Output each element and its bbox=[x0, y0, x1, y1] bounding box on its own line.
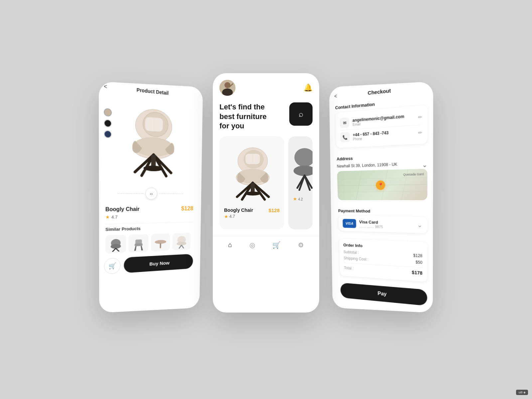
home-screen: 🔔 Let's find the best furniture for you … bbox=[213, 73, 319, 313]
visa-logo: VISA bbox=[342, 219, 356, 228]
similar-item-2[interactable] bbox=[129, 234, 149, 253]
product-info: Boogly Chair $128 ★ 4.7 Similar Products bbox=[99, 202, 200, 254]
svg-point-41 bbox=[245, 192, 261, 196]
buy-now-button[interactable]: Buy Now bbox=[124, 254, 193, 273]
payment-card: VISA Visa Card …… …… 9875 ⌄ bbox=[338, 216, 428, 233]
phone-content: +44 - 657 - 843 -743 Phone bbox=[353, 128, 415, 141]
subtotal-value: $128 bbox=[413, 253, 423, 258]
svg-point-25 bbox=[177, 241, 186, 246]
card-name-price: Boogly Chair $128 bbox=[224, 207, 280, 213]
svg-line-27 bbox=[181, 245, 184, 248]
svg-line-52 bbox=[337, 192, 427, 192]
product-card-image bbox=[224, 141, 280, 204]
rating-value: 4.7 bbox=[229, 214, 235, 219]
payment-section: Payment Method VISA Visa Card …… …… 9875… bbox=[333, 206, 433, 240]
product-detail-title: Product Detail bbox=[137, 87, 169, 96]
product-card-1[interactable]: Boogly Chair $128 ★ 4.7 bbox=[219, 136, 284, 229]
back-button[interactable]: < bbox=[334, 93, 337, 99]
order-info-title: Order Info bbox=[343, 243, 422, 251]
color-option-navy[interactable] bbox=[104, 130, 112, 138]
checkout-screen: < Checkout Contact Information ✉ angelin… bbox=[329, 81, 433, 313]
nav-cart[interactable]: 🛒 bbox=[272, 241, 281, 249]
svg-line-51 bbox=[337, 178, 427, 179]
shipping-label: Shipping Cost : bbox=[343, 256, 368, 262]
product-card-2-partial[interactable]: ★ 4.2 bbox=[288, 136, 313, 229]
partial-rating: ★ 4.2 bbox=[293, 196, 308, 201]
visa-name: Visa Card bbox=[359, 219, 383, 225]
svg-rect-57 bbox=[389, 179, 401, 184]
similar-item-4[interactable] bbox=[172, 233, 191, 251]
product-price: $128 bbox=[181, 205, 194, 212]
products-scroll: Boogly Chair $128 ★ 4.7 bbox=[213, 136, 319, 235]
card-rating: ★ 4.7 bbox=[224, 214, 280, 219]
color-option-beige[interactable] bbox=[104, 108, 112, 117]
product-image-area bbox=[99, 93, 202, 188]
svg-rect-23 bbox=[160, 243, 161, 248]
search-button[interactable]: ⌕ bbox=[289, 102, 313, 126]
payment-title: Payment Method bbox=[338, 208, 427, 214]
email-edit-icon[interactable]: ✏ bbox=[418, 114, 422, 120]
back-button[interactable]: < bbox=[104, 83, 107, 90]
address-section: Address Newhall St 39, London, 11908 - U… bbox=[331, 150, 433, 206]
subtotal-label: Subtotal : bbox=[343, 250, 359, 255]
product-name-price-row: Boogly Chair $128 bbox=[105, 205, 194, 213]
contact-info-card: ✉ angelinemonic@gmail.com Email ✏ 📞 +44 … bbox=[335, 105, 427, 148]
cart-button[interactable]: 🛒 bbox=[104, 258, 121, 274]
svg-line-14 bbox=[112, 248, 116, 251]
product-detail-screen: < Product Detail bbox=[99, 81, 203, 313]
map-view: 📍 Quesada Gard bbox=[337, 169, 428, 200]
order-info-card: Order Info Subtotal : $128 Shipping Cost… bbox=[339, 239, 428, 282]
rating-value: 4.7 bbox=[111, 214, 118, 220]
similar-products-list bbox=[105, 232, 193, 254]
address-value: Newhall St 39, London, 11908 - UK bbox=[337, 162, 397, 169]
svg-point-44 bbox=[294, 148, 313, 167]
visa-row: VISA Visa Card …… …… 9875 ⌄ bbox=[342, 219, 422, 230]
visa-number: …… …… 9875 bbox=[359, 224, 383, 228]
similar-item-3[interactable] bbox=[151, 233, 170, 252]
nav-explore[interactable]: ◎ bbox=[249, 241, 255, 249]
visa-info: VISA Visa Card …… …… 9875 bbox=[342, 219, 383, 229]
hero-text: Let's find the best furniture for you bbox=[219, 102, 276, 131]
nav-home[interactable]: ⌂ bbox=[228, 241, 232, 249]
hero-section: Let's find the best furniture for you ⌕ bbox=[213, 99, 319, 136]
search-icon: ⌕ bbox=[299, 109, 303, 119]
phone-edit-icon[interactable]: ✏ bbox=[418, 130, 422, 136]
email-icon: ✉ bbox=[340, 117, 349, 128]
payment-dropdown[interactable]: ⌄ bbox=[417, 221, 423, 229]
bottom-actions: 🛒 Buy Now bbox=[99, 254, 198, 280]
partial-chair bbox=[293, 141, 313, 194]
product-name: Boogly Chair bbox=[105, 206, 140, 212]
product-image bbox=[114, 100, 188, 183]
card-price: $128 bbox=[269, 207, 280, 213]
order-section: Order Info Subtotal : $128 Shipping Cost… bbox=[333, 236, 433, 288]
product-rating: ★ 4.7 bbox=[105, 213, 193, 220]
rotate-button[interactable]: ‹› bbox=[145, 188, 157, 200]
top-bar: 🔔 bbox=[213, 73, 319, 99]
total-label: Total : bbox=[344, 266, 353, 271]
total-value: $178 bbox=[412, 270, 423, 276]
avatar[interactable] bbox=[219, 80, 235, 96]
address-title: Address bbox=[336, 153, 427, 161]
nav-settings[interactable]: ⚙ bbox=[298, 241, 304, 249]
bottom-nav: ⌂ ◎ 🛒 ⚙ bbox=[213, 236, 319, 254]
address-dropdown[interactable]: ⌄ bbox=[422, 161, 427, 169]
notification-bell[interactable]: 🔔 bbox=[304, 83, 313, 92]
map-label: Quesada Gard bbox=[403, 172, 424, 176]
color-selector[interactable] bbox=[104, 108, 112, 138]
star-icon: ★ bbox=[293, 196, 297, 201]
checkout-title: Checkout bbox=[368, 87, 391, 96]
svg-point-45 bbox=[294, 166, 313, 176]
email-content: angelinemonic@gmail.com Email bbox=[352, 113, 415, 126]
svg-rect-17 bbox=[135, 243, 143, 246]
similar-products-title: Similar Products bbox=[105, 225, 193, 232]
map-pin: 📍 bbox=[376, 181, 385, 190]
similar-item-1[interactable] bbox=[105, 235, 126, 254]
watermark: ui8 ◈ bbox=[516, 390, 528, 395]
star-icon: ★ bbox=[105, 214, 110, 220]
svg-line-26 bbox=[179, 245, 182, 249]
color-option-black[interactable] bbox=[104, 119, 112, 128]
partial-rating-value: 4.2 bbox=[298, 198, 303, 201]
svg-line-15 bbox=[116, 248, 119, 251]
shipping-value: $50 bbox=[416, 260, 423, 265]
cart-icon: 🛒 bbox=[108, 262, 116, 270]
